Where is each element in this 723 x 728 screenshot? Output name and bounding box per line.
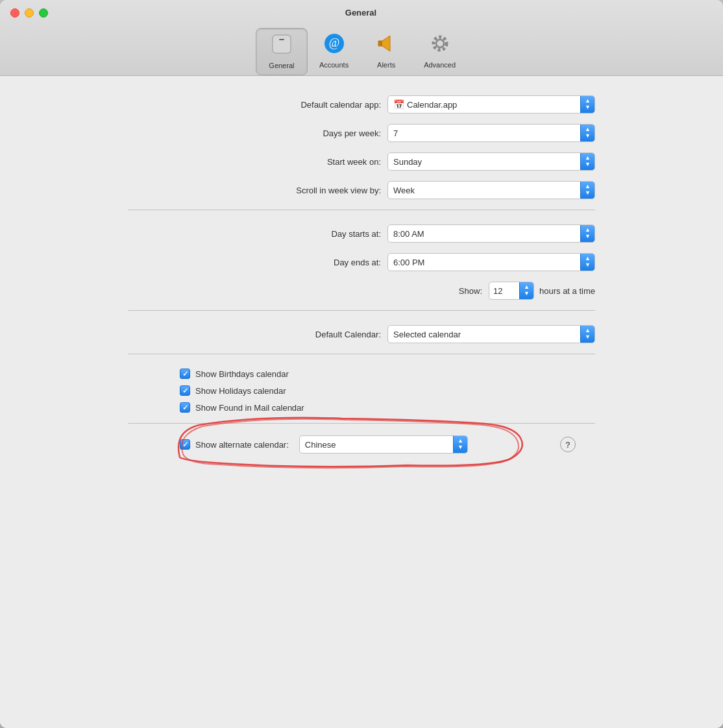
holidays-checkbox-row: ✓ Show Holidays calendar bbox=[180, 385, 595, 396]
default-calendar-arrows[interactable]: ▲ ▼ bbox=[580, 326, 594, 343]
content-area: Default calendar app: 📅Calendar.app ▲ ▼ … bbox=[0, 76, 723, 728]
days-per-week-row: Days per week: 7 ▲ ▼ bbox=[128, 124, 595, 142]
days-per-week-dropdown[interactable]: 7 ▲ ▼ bbox=[387, 124, 595, 142]
start-week-on-label: Start week on: bbox=[327, 157, 381, 167]
found-in-mail-checkbox[interactable]: ✓ bbox=[180, 402, 190, 413]
toolbar-item-general[interactable]: General bbox=[256, 28, 308, 75]
day-ends-at-value: 6:00 PM bbox=[388, 254, 580, 271]
default-calendar-app-row: Default calendar app: 📅Calendar.app ▲ ▼ bbox=[128, 95, 595, 114]
checkbox-section: ✓ Show Birthdays calendar ✓ Show Holiday… bbox=[128, 369, 595, 413]
toolbar-item-advanced[interactable]: Advanced bbox=[412, 28, 467, 75]
scroll-week-view-dropdown[interactable]: Week ▲ ▼ bbox=[387, 181, 595, 199]
hours-suffix: hours at a time bbox=[539, 286, 595, 296]
svg-rect-0 bbox=[273, 35, 291, 53]
toolbar-label-accounts: Accounts bbox=[319, 61, 349, 69]
birthdays-checkbox[interactable]: ✓ bbox=[180, 369, 190, 379]
toolbar-label-alerts: Alerts bbox=[377, 61, 395, 69]
svg-rect-5 bbox=[378, 41, 382, 46]
svg-rect-1 bbox=[279, 39, 284, 40]
svg-point-6 bbox=[436, 40, 444, 47]
day-starts-at-dropdown[interactable]: 8:00 AM ▲ ▼ bbox=[387, 224, 595, 243]
default-calendar-app-arrows[interactable]: ▲ ▼ bbox=[580, 96, 594, 113]
alerts-icon bbox=[374, 32, 398, 58]
toolbar-label-general: General bbox=[269, 62, 294, 69]
days-per-week-value: 7 bbox=[388, 125, 580, 141]
alternate-calendar-checkbox-label: Show alternate calendar: bbox=[195, 440, 289, 450]
holidays-checkbox-label: Show Holidays calendar bbox=[195, 386, 286, 396]
day-ends-at-dropdown[interactable]: 6:00 PM ▲ ▼ bbox=[387, 253, 595, 271]
toolbar: General @ Accounts bbox=[256, 23, 467, 75]
alternate-calendar-dropdown[interactable]: Chinese ▲ ▼ bbox=[299, 435, 468, 454]
default-calendar-app-dropdown[interactable]: 📅Calendar.app ▲ ▼ bbox=[387, 95, 595, 114]
default-calendar-app-label: Default calendar app: bbox=[300, 100, 381, 110]
day-ends-at-label: Day ends at: bbox=[334, 258, 381, 267]
found-in-mail-checkbox-label: Show Found in Mail calendar bbox=[195, 403, 304, 413]
alternate-calendar-arrows[interactable]: ▲ ▼ bbox=[453, 436, 467, 453]
alternate-calendar-section: ✓ Show alternate calendar: Chinese ▲ ▼ ? bbox=[128, 430, 595, 459]
birthdays-checkbox-row: ✓ Show Birthdays calendar bbox=[180, 369, 595, 379]
minimize-button[interactable] bbox=[25, 8, 34, 18]
default-calendar-label: Default Calendar: bbox=[315, 330, 381, 339]
separator-1 bbox=[128, 210, 595, 210]
holidays-checkbox[interactable]: ✓ bbox=[180, 385, 190, 396]
start-week-on-row: Start week on: Sunday ▲ ▼ bbox=[128, 152, 595, 171]
alternate-calendar-value: Chinese bbox=[300, 437, 453, 453]
start-week-on-value: Sunday bbox=[388, 154, 580, 170]
day-ends-at-row: Day ends at: 6:00 PM ▲ ▼ bbox=[128, 253, 595, 271]
day-ends-at-arrows[interactable]: ▲ ▼ bbox=[580, 254, 594, 271]
scroll-week-view-arrows[interactable]: ▲ ▼ bbox=[580, 182, 594, 199]
show-hours-value: 12 bbox=[489, 283, 519, 299]
separator-4 bbox=[128, 423, 595, 424]
alternate-calendar-area: ✓ Show alternate calendar: Chinese ▲ ▼ bbox=[180, 435, 468, 454]
main-window: General General @ bbox=[0, 0, 723, 728]
day-starts-at-value: 8:00 AM bbox=[388, 226, 580, 242]
default-calendar-app-value: 📅Calendar.app bbox=[388, 96, 580, 113]
default-calendar-dropdown[interactable]: Selected calendar ▲ ▼ bbox=[387, 325, 595, 343]
close-button[interactable] bbox=[10, 8, 19, 18]
days-per-week-arrows[interactable]: ▲ ▼ bbox=[580, 125, 594, 141]
scroll-week-view-value: Week bbox=[388, 182, 580, 199]
help-button[interactable]: ? bbox=[560, 437, 576, 452]
svg-text:@: @ bbox=[328, 36, 339, 49]
general-icon bbox=[270, 32, 293, 59]
advanced-icon bbox=[428, 32, 452, 58]
scroll-week-view-row: Scroll in week view by: Week ▲ ▼ bbox=[128, 181, 595, 199]
day-starts-at-arrows[interactable]: ▲ ▼ bbox=[580, 225, 594, 242]
start-week-on-dropdown[interactable]: Sunday ▲ ▼ bbox=[387, 152, 595, 171]
title-bar-top: General bbox=[10, 8, 713, 18]
window-title: General bbox=[48, 8, 674, 18]
day-starts-at-label: Day starts at: bbox=[331, 229, 381, 239]
default-calendar-row: Default Calendar: Selected calendar ▲ ▼ bbox=[128, 325, 595, 343]
toolbar-item-alerts[interactable]: Alerts bbox=[360, 28, 412, 75]
start-week-on-arrows[interactable]: ▲ ▼ bbox=[580, 153, 594, 170]
separator-2 bbox=[128, 310, 595, 311]
window-controls bbox=[10, 8, 48, 18]
default-calendar-value: Selected calendar bbox=[388, 326, 580, 343]
settings-container: Default calendar app: 📅Calendar.app ▲ ▼ … bbox=[128, 95, 595, 459]
toolbar-label-advanced: Advanced bbox=[424, 61, 456, 69]
separator-3 bbox=[128, 354, 595, 354]
toolbar-item-accounts[interactable]: @ Accounts bbox=[308, 28, 360, 75]
found-in-mail-checkbox-row: ✓ Show Found in Mail calendar bbox=[180, 402, 595, 413]
maximize-button[interactable] bbox=[39, 8, 48, 18]
show-hours-arrows[interactable]: ▲ ▼ bbox=[519, 282, 533, 299]
alternate-calendar-checkbox[interactable]: ✓ bbox=[180, 439, 190, 450]
show-hours-label: Show: bbox=[459, 286, 482, 296]
days-per-week-label: Days per week: bbox=[323, 128, 381, 138]
day-starts-at-row: Day starts at: 8:00 AM ▲ ▼ bbox=[128, 224, 595, 243]
accounts-icon: @ bbox=[323, 32, 346, 58]
birthdays-checkbox-label: Show Birthdays calendar bbox=[195, 369, 289, 379]
title-bar: General General @ bbox=[0, 0, 723, 76]
show-hours-dropdown[interactable]: 12 ▲ ▼ bbox=[489, 282, 534, 300]
show-hours-row: Show: 12 ▲ ▼ hours at a time bbox=[128, 282, 595, 300]
scroll-week-view-label: Scroll in week view by: bbox=[296, 186, 381, 195]
